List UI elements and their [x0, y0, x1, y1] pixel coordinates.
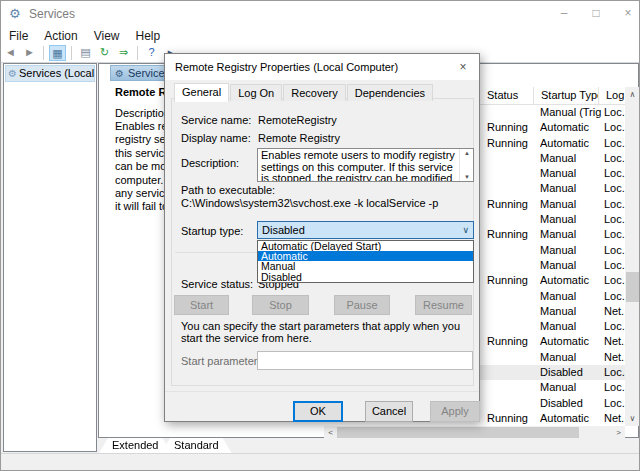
scroll-right-icon[interactable]: > [612, 426, 625, 439]
desc-scroll-up-icon[interactable]: ▲ [460, 150, 474, 156]
sidebar-item-services-local[interactable]: ⚙Services (Local) [5, 65, 95, 82]
back-icon[interactable]: ◄ [2, 45, 19, 61]
scroll-left-icon[interactable]: < [324, 426, 337, 439]
dropdown-option[interactable]: Manual [258, 261, 473, 271]
apply-button[interactable]: Apply [430, 401, 480, 422]
toolbar-separator [137, 46, 138, 60]
window-title: Services [29, 7, 75, 21]
cell-log-on-as: Net... [604, 304, 625, 319]
cell-status: Running [487, 136, 539, 151]
maximize-button[interactable]: □ [581, 1, 611, 26]
column-header-startup-type[interactable]: Startup Type [534, 87, 599, 105]
scroll-up-icon[interactable]: ∧ [625, 87, 640, 102]
extended-pane-header-label: Service [128, 67, 165, 79]
refresh-icon[interactable]: ↻ [96, 45, 113, 61]
menu-action[interactable]: Action [36, 27, 85, 45]
service-name-value: RemoteRegistry [258, 114, 337, 126]
description-scrollbar[interactable]: ▲ ▼ [459, 149, 473, 181]
desc-scroll-down-icon[interactable]: ▼ [460, 174, 474, 180]
export-list-icon[interactable]: ⇒ [115, 45, 132, 61]
cell-startup-type: Manual (Trig... [540, 105, 602, 120]
start-button[interactable]: Start [174, 295, 229, 315]
description-textbox[interactable]: Enables remote users to modify registry … [257, 148, 474, 182]
tab-dependencies[interactable]: Dependencies [347, 84, 433, 101]
cell-startup-type: Automatic [540, 411, 602, 426]
tab-general[interactable]: General [174, 83, 229, 102]
cell-startup-type: Manual [540, 258, 602, 273]
cell-status: Running [487, 227, 539, 242]
cell-status: Running [487, 197, 539, 212]
cell-startup-type: Automatic [540, 273, 602, 288]
dialog-close-icon[interactable]: × [455, 59, 471, 75]
chevron-down-icon: ∨ [462, 222, 469, 238]
scroll-down-icon[interactable]: ∨ [625, 411, 640, 426]
cell-startup-type: Manual [540, 212, 602, 227]
cell-startup-type: Manual [540, 166, 602, 181]
cell-log-on-as: Loc... [604, 273, 625, 288]
service-gear-icon: ⚙ [115, 68, 124, 79]
status-bar [1, 453, 639, 471]
cell-log-on-as: Loc... [604, 166, 625, 181]
dropdown-option[interactable]: Automatic [258, 251, 473, 261]
cell-log-on-as: Loc... [604, 380, 625, 395]
cell-status: Running [487, 120, 539, 135]
cell-startup-type: Manual [540, 380, 602, 395]
service-name-label: Service name: [181, 114, 251, 126]
horizontal-scrollbar[interactable]: < > [324, 426, 625, 439]
cell-log-on-as: Loc... [604, 151, 625, 166]
cell-log-on-as: Loc... [604, 136, 625, 151]
cell-startup-type: Disabled [540, 365, 602, 380]
cell-startup-type: Manual [540, 289, 602, 304]
cell-log-on-as: Loc... [604, 243, 625, 258]
dropdown-option[interactable]: Disabled [258, 272, 473, 282]
display-name-value: Remote Registry [258, 132, 340, 144]
cell-startup-type: Manual [540, 151, 602, 166]
cell-log-on-as: Net... [604, 411, 625, 426]
description-field-label: Description: [181, 157, 239, 169]
vertical-scrollbar[interactable]: ∧ ∨ [625, 87, 640, 426]
cell-log-on-as: Loc... [604, 181, 625, 196]
forward-icon[interactable]: ► [21, 45, 38, 61]
ok-button[interactable]: OK [293, 401, 343, 422]
startup-type-combobox[interactable]: Disabled ∨ [257, 221, 474, 239]
vertical-scrollbar-thumb[interactable] [626, 272, 639, 302]
cell-log-on-as: Loc... [604, 365, 625, 380]
cell-startup-type: Manual [540, 350, 602, 365]
tab-recovery[interactable]: Recovery [283, 84, 345, 101]
resume-button[interactable]: Resume [415, 295, 472, 315]
stop-button[interactable]: Stop [252, 295, 309, 315]
cancel-button[interactable]: Cancel [365, 401, 413, 422]
cell-startup-type: Manual [540, 243, 602, 258]
properties-icon[interactable]: ▤ [77, 45, 94, 61]
dialog-title: Remote Registry Properties (Local Comput… [175, 61, 398, 73]
services-app-icon: ⚙ [9, 6, 21, 21]
service-status-label: Service status: [181, 278, 253, 290]
cell-startup-type: Manual [540, 197, 602, 212]
help-icon[interactable]: ? [143, 45, 160, 61]
show-console-tree-icon[interactable]: ▦ [49, 45, 66, 61]
cell-log-on-as: Loc... [604, 289, 625, 304]
view-tab-standard[interactable]: Standard [161, 438, 232, 453]
menu-view[interactable]: View [86, 27, 128, 45]
cell-startup-type: Automatic [540, 334, 602, 349]
column-header-status[interactable]: Status [480, 87, 534, 105]
tab-log-on[interactable]: Log On [230, 84, 282, 101]
toolbar-separator [43, 46, 44, 60]
cell-log-on-as: Loc... [604, 120, 625, 135]
start-parameters-input[interactable] [257, 351, 473, 370]
menu-help[interactable]: Help [128, 27, 169, 45]
dropdown-option[interactable]: Automatic (Delayed Start) [258, 241, 473, 251]
view-tab-extended[interactable]: Extended [99, 438, 171, 453]
minimize-button[interactable]: – [549, 1, 579, 26]
dialog-footer: OK Cancel Apply [165, 391, 479, 423]
cell-log-on-as: Loc... [604, 396, 625, 411]
description-text: Enables remote users to modify registry … [261, 150, 457, 182]
horizontal-scrollbar-thumb[interactable] [337, 427, 579, 438]
cell-startup-type: Manual [540, 181, 602, 196]
pause-button[interactable]: Pause [334, 295, 390, 315]
menu-file[interactable]: File [1, 27, 36, 45]
column-header-log-on-as[interactable]: Log [599, 87, 625, 105]
cell-startup-type: Manual [540, 227, 602, 242]
cell-status: Running [487, 273, 539, 288]
close-button[interactable]: × [613, 1, 640, 26]
